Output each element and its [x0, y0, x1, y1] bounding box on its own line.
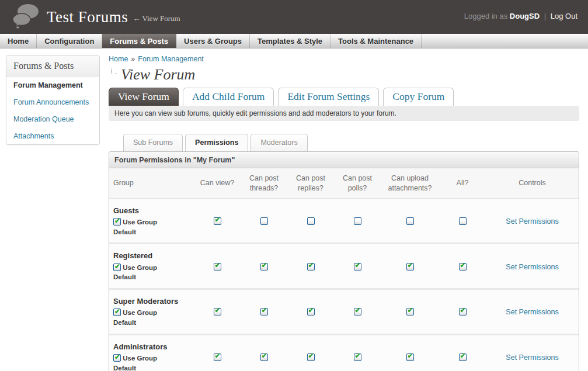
permission-checkbox-can-post-replies[interactable]: [307, 263, 315, 271]
permission-checkbox-can-view[interactable]: [214, 308, 221, 315]
permission-cell: [439, 199, 486, 244]
use-group-default-checkbox[interactable]: [113, 263, 121, 271]
group-name: Guests: [113, 206, 192, 216]
controls-cell: Set Permissions: [486, 334, 579, 371]
table-row: Super Moderators Use Group DefaultSet Pe…: [109, 289, 579, 334]
group-cell: Administrators Use Group Default: [109, 334, 194, 371]
logout-link[interactable]: Log Out: [551, 12, 577, 20]
permissions-table-title: Forum Permissions in "My Forum": [109, 152, 579, 168]
use-group-default-checkbox[interactable]: [113, 354, 121, 362]
permission-cell: [194, 244, 241, 289]
column-header-controls: Controls: [486, 168, 579, 199]
permission-cell: [381, 289, 439, 334]
sidebar-item-attachments[interactable]: Attachments: [6, 127, 99, 144]
use-group-default-label: Use Group Default: [113, 217, 179, 237]
use-group-default-checkbox[interactable]: [113, 218, 121, 226]
use-group-default-label: Use Group Default: [113, 308, 179, 327]
permission-checkbox-all[interactable]: [459, 217, 467, 225]
main-content: Home»Forum Management View Forum View Fo…: [109, 55, 579, 371]
column-header-all: All?: [439, 168, 486, 199]
permission-cell: [439, 289, 486, 334]
permission-checkbox-can-view[interactable]: [214, 217, 221, 225]
permission-checkbox-can-view[interactable]: [214, 353, 221, 361]
breadcrumb: Home»Forum Management: [109, 55, 579, 63]
breadcrumb-link-home[interactable]: Home: [109, 55, 128, 63]
permissions-table-container: Forum Permissions in "My Forum" GroupCan…: [109, 151, 579, 371]
set-permissions-link[interactable]: Set Permissions: [506, 308, 558, 316]
permission-cell: [194, 199, 241, 244]
column-header-can-post-polls: Can post polls?: [334, 168, 381, 199]
permission-checkbox-can-post-replies[interactable]: [307, 353, 315, 361]
nav-item-tools-maintenance[interactable]: Tools & Maintenance: [330, 34, 422, 48]
permission-checkbox-can-post-polls[interactable]: [354, 353, 361, 361]
table-row: Registered Use Group DefaultSet Permissi…: [109, 244, 579, 289]
permission-checkbox-can-post-replies[interactable]: [307, 308, 315, 315]
group-name: Registered: [113, 251, 192, 261]
sidebar-item-forum-announcements[interactable]: Forum Announcements: [6, 93, 99, 110]
nav-item-users-groups[interactable]: Users & Groups: [176, 34, 250, 48]
set-permissions-link[interactable]: Set Permissions: [506, 263, 558, 271]
app-header: Test Forums ← View Forum Logged in as Do…: [0, 0, 588, 34]
separator: |: [544, 12, 546, 20]
tab-add-child-forum[interactable]: Add Child Forum: [183, 88, 274, 106]
child-indicator-icon: [111, 68, 117, 74]
permission-cell: [287, 289, 334, 334]
permission-checkbox-can-post-polls[interactable]: [354, 217, 361, 225]
nav-item-home[interactable]: Home: [0, 34, 37, 48]
permissions-table: GroupCan view?Can post threads?Can post …: [109, 168, 579, 371]
subtab-permissions[interactable]: Permissions: [185, 134, 248, 151]
use-group-default-label: Use Group Default: [113, 263, 179, 282]
permission-checkbox-can-post-threads[interactable]: [260, 308, 268, 315]
column-header-can-post-replies: Can post replies?: [287, 168, 334, 199]
subtab-moderators[interactable]: Moderators: [250, 134, 307, 151]
nav-item-templates-style[interactable]: Templates & Style: [250, 34, 330, 48]
permission-checkbox-can-post-threads[interactable]: [260, 217, 268, 225]
permission-checkbox-can-upload-attachments[interactable]: [406, 308, 414, 315]
username: DougSD: [510, 12, 540, 20]
tab-view-forum[interactable]: View Forum: [109, 88, 179, 106]
permission-cell: [194, 289, 241, 334]
controls-cell: Set Permissions: [486, 199, 579, 244]
nav-item-forums-posts[interactable]: Forums & Posts: [102, 34, 176, 48]
set-permissions-link[interactable]: Set Permissions: [506, 353, 558, 362]
breadcrumb-link-forum-management[interactable]: Forum Management: [138, 55, 204, 63]
set-permissions-link[interactable]: Set Permissions: [506, 217, 558, 226]
sidebar-item-moderation-queue[interactable]: Moderation Queue: [6, 110, 99, 127]
nav-item-configuration[interactable]: Configuration: [37, 34, 102, 48]
permission-cell: [241, 199, 287, 244]
use-group-default-checkbox[interactable]: [113, 308, 121, 316]
permission-cell: [381, 244, 439, 289]
group-cell: Registered Use Group Default: [109, 244, 194, 289]
permission-checkbox-can-view[interactable]: [214, 263, 221, 271]
subtab-sub-forums[interactable]: Sub Forums: [123, 134, 183, 151]
permission-checkbox-can-post-threads[interactable]: [260, 353, 268, 361]
group-cell: Super Moderators Use Group Default: [109, 289, 194, 334]
logged-in-label: Logged in as: [464, 12, 507, 20]
permission-checkbox-can-post-polls[interactable]: [354, 308, 361, 315]
controls-cell: Set Permissions: [486, 289, 579, 334]
permission-checkbox-all[interactable]: [459, 263, 467, 271]
permission-cell: [241, 244, 287, 289]
permission-checkbox-all[interactable]: [459, 308, 467, 315]
use-group-default-label: Use Group Default: [113, 353, 179, 371]
permission-checkbox-can-post-replies[interactable]: [307, 217, 315, 225]
permission-checkbox-can-post-polls[interactable]: [354, 263, 361, 271]
permission-subtabs: Sub ForumsPermissionsModerators: [123, 134, 579, 151]
permission-cell: [334, 244, 381, 289]
permission-checkbox-all[interactable]: [459, 353, 467, 361]
permission-checkbox-can-upload-attachments[interactable]: [406, 353, 414, 361]
permission-cell: [334, 334, 381, 371]
sidebar-item-forum-management[interactable]: Forum Management: [6, 77, 99, 93]
permission-checkbox-can-upload-attachments[interactable]: [406, 263, 414, 271]
permission-checkbox-can-post-threads[interactable]: [260, 263, 268, 271]
breadcrumb-separator: »: [131, 55, 135, 63]
permission-cell: [194, 334, 241, 371]
main-navigation: HomeConfigurationForums & PostsUsers & G…: [0, 34, 588, 48]
tab-copy-forum[interactable]: Copy Forum: [383, 88, 454, 106]
permission-checkbox-can-upload-attachments[interactable]: [406, 217, 414, 225]
tab-edit-forum-settings[interactable]: Edit Forum Settings: [278, 88, 379, 106]
table-row: Guests Use Group DefaultSet Permissions: [109, 199, 579, 244]
column-header-can-post-threads: Can post threads?: [241, 168, 287, 199]
group-name: Administrators: [113, 342, 192, 352]
group-name: Super Moderators: [113, 297, 192, 306]
